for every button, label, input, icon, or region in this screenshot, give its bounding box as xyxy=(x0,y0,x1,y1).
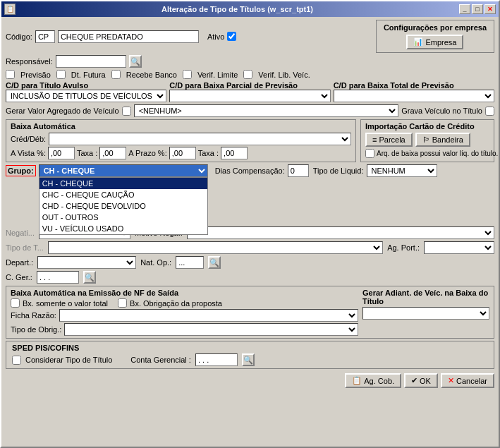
a-prazo-input[interactable] xyxy=(169,147,196,159)
previsao-checkbox[interactable] xyxy=(6,70,15,79)
ok-button[interactable]: ✔ OK xyxy=(404,373,438,388)
responsavel-label: Responsável: xyxy=(6,57,53,66)
dias-comp-label: Dias Compensação: xyxy=(215,167,285,175)
configuracoes-title: Configurações por empresa xyxy=(384,23,487,32)
previsao-label: Previsão xyxy=(20,71,51,79)
bandeira-icon: 🏳 xyxy=(422,135,430,144)
tipo-obrig-select[interactable] xyxy=(64,323,358,336)
motivo-nega-select[interactable] xyxy=(187,226,494,239)
cd-avulso-select[interactable]: INCLUSÃO DE TITULOS DE VEÍCULOS xyxy=(6,90,166,102)
recebe-banco-label: Recebe Banco xyxy=(126,71,177,79)
codigo-value-input[interactable] xyxy=(58,30,199,43)
gerar-veiculo-checkbox[interactable] xyxy=(122,107,131,116)
taxa2-input[interactable] xyxy=(221,147,248,159)
cancelar-button[interactable]: ✕ Cancelar xyxy=(441,373,494,388)
cd-baixa-total-select[interactable] xyxy=(334,90,494,102)
a-vista-input[interactable] xyxy=(48,147,75,159)
taxa1-input[interactable] xyxy=(99,147,126,159)
bx-total-label: Bx. somente o valor total xyxy=(23,299,108,308)
baixa-automatica-title: Baixa Automática xyxy=(11,122,351,131)
cancelar-icon: ✕ xyxy=(448,376,454,385)
baixa-emissao-label: Baixa Automática na Emissão de NF de Saí… xyxy=(11,289,358,297)
configuracoes-panel: Configurações por empresa 📊 Empresa xyxy=(376,20,494,53)
responsavel-input[interactable] xyxy=(56,55,126,68)
empresa-button[interactable]: 📊 Empresa xyxy=(406,35,463,49)
ok-icon: ✔ xyxy=(411,376,417,385)
titlebar-buttons: _ □ ✕ xyxy=(459,4,496,14)
grupo-option-out[interactable]: OUT - OUTROS xyxy=(39,212,207,223)
cred-deb-select[interactable] xyxy=(49,133,351,145)
nat-op-search-button[interactable]: 🔍 xyxy=(208,256,221,269)
maximize-button[interactable]: □ xyxy=(472,4,483,14)
recebe-banco-checkbox[interactable] xyxy=(111,70,121,79)
sped-considerar-checkbox[interactable] xyxy=(12,356,21,365)
depart-select[interactable] xyxy=(37,256,136,269)
arq-baixa-checkbox[interactable] xyxy=(365,149,374,158)
importacao-title: Importação Cartão de Crédito xyxy=(365,122,489,131)
arq-baixa-label: Arq. de baixa possui valor líq. do títul… xyxy=(377,150,498,157)
dt-futura-checkbox[interactable] xyxy=(56,70,66,79)
c-ger-search-button[interactable]: 🔍 xyxy=(83,271,96,284)
bx-obrigacao-label: Bx. Obrigação da proposta xyxy=(130,299,222,308)
sped-conta-ger-search-button[interactable]: 🔍 xyxy=(242,353,255,366)
gerar-veiculo-select[interactable]: <NENHUM> xyxy=(134,104,399,117)
tipo-t-select[interactable] xyxy=(48,241,383,254)
cd-baixa-total-label: C/D para Baixa Total de Previsão xyxy=(334,81,494,90)
nat-op-input[interactable] xyxy=(176,256,204,269)
grava-veiculo-label: Grava Veículo no Título xyxy=(401,107,482,115)
dt-futura-label: Dt. Futura xyxy=(71,71,106,79)
chart-icon: 📊 xyxy=(413,37,423,47)
tipo-liquid-select[interactable]: NENHUM xyxy=(367,164,437,177)
gerar-veiculo-label: Gerar Valor Agregado de Veículo xyxy=(6,107,119,115)
cred-deb-label: Créd/Déb: xyxy=(11,135,46,143)
depart-label: Depart.: xyxy=(6,258,33,267)
dias-comp-input[interactable] xyxy=(288,164,309,177)
grupo-option-vu[interactable]: VU - VEÍCULO USADO xyxy=(39,223,207,234)
grupo-option-chd[interactable]: CHD - CHEQUE DEVOLVIDO xyxy=(39,200,207,212)
sped-considerar-label: Considerar Tipo de Título xyxy=(25,356,112,364)
close-button[interactable]: ✕ xyxy=(484,4,496,14)
grava-veiculo-checkbox[interactable] xyxy=(485,107,494,116)
nat-op-label: Nat. Op.: xyxy=(140,258,171,267)
grupo-option-chc[interactable]: CHC - CHEQUE CAUÇÃO xyxy=(39,189,207,200)
main-window: 📋 Alteração de Tipo de Títulos (w_scr_tp… xyxy=(0,0,500,448)
ag-cob-button[interactable]: 📋 Ag. Cob. xyxy=(345,373,401,388)
titlebar: 📋 Alteração de Tipo de Títulos (w_scr_tp… xyxy=(1,1,499,17)
grupo-dropdown[interactable]: CH - CHEQUE CHC - CHEQUE CAUÇÃO CHD - CH… xyxy=(39,177,208,235)
verif-limite-label: Verif. Limite xyxy=(197,71,238,79)
verif-limite-checkbox[interactable] xyxy=(183,70,192,79)
tipo-obrig-label: Tipo de Obrig.: xyxy=(11,325,61,334)
bandeira-button[interactable]: 🏳 Bandeira xyxy=(415,133,470,147)
sped-conta-ger-label: Conta Gerencial : xyxy=(130,356,191,364)
ag-port-label: Ag. Port.: xyxy=(387,243,420,252)
verif-lib-veic-checkbox[interactable] xyxy=(243,70,252,79)
ativo-checkbox[interactable] xyxy=(227,32,236,41)
gerar-adiant-select[interactable] xyxy=(362,307,489,320)
sped-conta-ger-input[interactable] xyxy=(195,353,238,366)
tipo-liquid-label: Tipo de Liquid: xyxy=(313,167,364,175)
bx-total-checkbox[interactable] xyxy=(11,298,20,308)
c-ger-label: C. Ger.: xyxy=(6,273,32,281)
grupo-select[interactable]: CH - CHEQUE xyxy=(39,164,208,177)
c-ger-input[interactable] xyxy=(37,271,79,284)
ativo-label: Ativo xyxy=(207,32,224,41)
bx-obrigacao-checkbox[interactable] xyxy=(118,298,127,308)
ficha-razao-label: Ficha Razão: xyxy=(11,311,56,320)
grupo-negativo-label: Negati... xyxy=(6,229,35,237)
window-title: Alteração de Tipo de Títulos (w_scr_tpt1… xyxy=(16,5,459,13)
responsavel-search-button[interactable]: 🔍 xyxy=(129,55,142,68)
taxa2-label: Taxa : xyxy=(198,149,219,157)
parcela-icon: ≡ xyxy=(372,135,377,144)
taxa-label: Taxa : xyxy=(77,149,97,157)
grupo-label: Grupo: xyxy=(6,165,36,176)
ag-cob-icon: 📋 xyxy=(352,376,362,385)
codigo-type-input[interactable] xyxy=(35,30,55,43)
minimize-button[interactable]: _ xyxy=(459,4,470,14)
a-prazo-label: A Prazo %: xyxy=(128,149,166,157)
cd-baixa-parcial-select[interactable] xyxy=(169,90,330,102)
parcela-button[interactable]: ≡ Parcela xyxy=(365,133,413,147)
ficha-razao-select[interactable] xyxy=(59,309,358,322)
grupo-option-ch[interactable]: CH - CHEQUE xyxy=(39,178,207,189)
cd-baixa-parcial-label: C/D para Baixa Parcial de Previsão xyxy=(169,81,330,90)
ag-port-select[interactable] xyxy=(424,241,494,254)
